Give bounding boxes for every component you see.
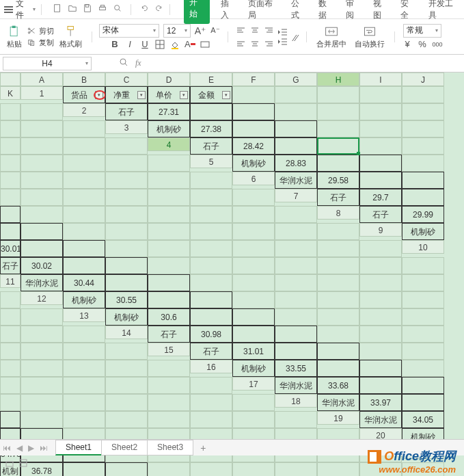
tab-页面布局[interactable]: 页面布局 bbox=[247, 0, 279, 24]
cell-empty[interactable] bbox=[359, 86, 402, 103]
cell-A16[interactable]: 机制砂 bbox=[232, 360, 275, 377]
cell-A12[interactable]: 机制砂 bbox=[63, 291, 105, 308]
cell-A3[interactable]: 机制砂 bbox=[148, 120, 190, 137]
cell-empty[interactable] bbox=[190, 206, 232, 223]
table-header-1[interactable]: 净重▾ bbox=[105, 86, 148, 103]
cell-C6[interactable] bbox=[359, 172, 402, 189]
cell-C9[interactable] bbox=[21, 240, 63, 257]
cell-B4[interactable]: 28.42 bbox=[232, 137, 275, 155]
cell-C15[interactable] bbox=[275, 343, 317, 360]
cell-A7[interactable]: 石子 bbox=[317, 189, 359, 206]
row-header-2[interactable]: 2 bbox=[63, 103, 105, 117]
cell-D10[interactable] bbox=[105, 257, 148, 274]
number-format-select[interactable]: 常规▾ bbox=[403, 24, 441, 38]
tab-安全[interactable]: 安全 bbox=[399, 0, 417, 24]
tab-审阅[interactable]: 审阅 bbox=[344, 0, 362, 24]
cell-empty[interactable] bbox=[359, 326, 402, 343]
row-header-14[interactable]: 14 bbox=[105, 326, 148, 339]
cell-B19[interactable]: 34.05 bbox=[402, 411, 444, 428]
cell-empty[interactable] bbox=[232, 189, 275, 206]
cell-B18[interactable]: 33.97 bbox=[359, 394, 402, 411]
cell-empty[interactable] bbox=[148, 206, 190, 223]
row-header-18[interactable]: 18 bbox=[275, 394, 317, 408]
align-top-center[interactable] bbox=[249, 25, 261, 36]
font-size-select[interactable]: 12▾ bbox=[163, 24, 191, 38]
filter-icon[interactable]: ▾ bbox=[137, 91, 146, 99]
undo-icon[interactable] bbox=[139, 3, 149, 15]
increase-font-icon[interactable]: A⁺ bbox=[195, 25, 206, 36]
cell-A11[interactable]: 华润水泥 bbox=[21, 274, 63, 291]
cell-empty[interactable] bbox=[21, 103, 63, 120]
cell-D7[interactable] bbox=[0, 206, 21, 223]
cell-empty[interactable] bbox=[63, 155, 105, 172]
cell-empty[interactable] bbox=[105, 343, 148, 360]
cell-empty[interactable] bbox=[21, 137, 63, 155]
file-menu[interactable]: 文件▾ bbox=[16, 0, 36, 21]
cell-empty[interactable] bbox=[232, 394, 275, 411]
cell-C5[interactable] bbox=[317, 155, 359, 172]
cell-empty[interactable] bbox=[359, 308, 402, 326]
cell-empty[interactable] bbox=[232, 223, 275, 240]
print-icon[interactable] bbox=[98, 3, 107, 15]
tab-nav-next[interactable]: ▶ bbox=[25, 443, 37, 453]
cell-D15[interactable] bbox=[317, 343, 359, 360]
row-header-11[interactable]: 11 bbox=[0, 274, 21, 288]
cell-B9[interactable]: 30.01 bbox=[0, 240, 21, 257]
cell-A13[interactable]: 机制砂 bbox=[105, 308, 148, 326]
cell-empty[interactable] bbox=[275, 257, 317, 274]
cell-empty[interactable] bbox=[21, 377, 63, 394]
cell-D16[interactable] bbox=[359, 360, 402, 377]
cell-empty[interactable] bbox=[63, 137, 105, 155]
cell-D5[interactable] bbox=[359, 155, 402, 172]
cell-empty[interactable] bbox=[359, 291, 402, 308]
cell-empty[interactable] bbox=[105, 377, 148, 394]
cell-A8[interactable]: 石子 bbox=[359, 206, 402, 223]
align-top-left[interactable] bbox=[235, 25, 247, 36]
cell-empty[interactable] bbox=[0, 326, 21, 343]
cell-empty[interactable] bbox=[232, 257, 275, 274]
col-header-E[interactable]: E bbox=[190, 72, 232, 86]
cell-empty[interactable] bbox=[63, 377, 105, 394]
cell-empty[interactable] bbox=[148, 155, 190, 172]
cell-A10[interactable]: 石子 bbox=[0, 257, 21, 274]
cell-B15[interactable]: 31.01 bbox=[232, 343, 275, 360]
cell-empty[interactable] bbox=[63, 326, 105, 343]
filter-icon[interactable]: ▾ bbox=[180, 91, 188, 99]
cell-empty[interactable] bbox=[148, 377, 190, 394]
col-header-J[interactable]: J bbox=[402, 72, 444, 86]
row-header-17[interactable]: 17 bbox=[232, 377, 275, 391]
orientation-button[interactable] bbox=[290, 33, 299, 41]
cell-C16[interactable] bbox=[317, 360, 359, 377]
row-header-3[interactable]: 3 bbox=[105, 120, 148, 134]
cell-C10[interactable] bbox=[63, 257, 105, 274]
cell-A15[interactable]: 石子 bbox=[190, 343, 232, 360]
cell-empty[interactable] bbox=[402, 308, 444, 326]
cell-C3[interactable] bbox=[232, 120, 275, 137]
cell-empty[interactable] bbox=[275, 411, 317, 428]
cell-empty[interactable] bbox=[402, 326, 444, 343]
font-color-button[interactable]: A bbox=[185, 39, 195, 50]
add-sheet-button[interactable]: + bbox=[193, 442, 213, 453]
cut-button[interactable]: 剪切 bbox=[27, 26, 54, 36]
cell-empty[interactable] bbox=[0, 394, 21, 411]
col-header-B[interactable]: B bbox=[63, 72, 105, 86]
wrap-text-button[interactable]: 自动换行 bbox=[352, 23, 387, 51]
cell-empty[interactable] bbox=[275, 223, 317, 240]
tab-nav-prev[interactable]: ◀ bbox=[14, 443, 25, 453]
cell-C12[interactable] bbox=[148, 291, 190, 308]
cell-D12[interactable] bbox=[190, 291, 232, 308]
cell-empty[interactable] bbox=[190, 411, 232, 428]
cell-B6[interactable]: 29.58 bbox=[317, 172, 359, 189]
cell-D6[interactable] bbox=[402, 172, 444, 189]
cell-empty[interactable] bbox=[190, 172, 232, 189]
cell-empty[interactable] bbox=[63, 120, 105, 137]
cell-empty[interactable] bbox=[21, 411, 63, 428]
cell-B7[interactable]: 29.7 bbox=[359, 189, 402, 206]
cell-B3[interactable]: 27.38 bbox=[190, 120, 232, 137]
cell-empty[interactable] bbox=[148, 189, 190, 206]
cell-empty[interactable] bbox=[21, 360, 63, 377]
tab-数据[interactable]: 数据 bbox=[317, 0, 335, 24]
cell-empty[interactable] bbox=[21, 308, 63, 326]
cell-D18[interactable] bbox=[0, 411, 21, 428]
sheet-tab-Sheet3[interactable]: Sheet3 bbox=[147, 440, 193, 455]
